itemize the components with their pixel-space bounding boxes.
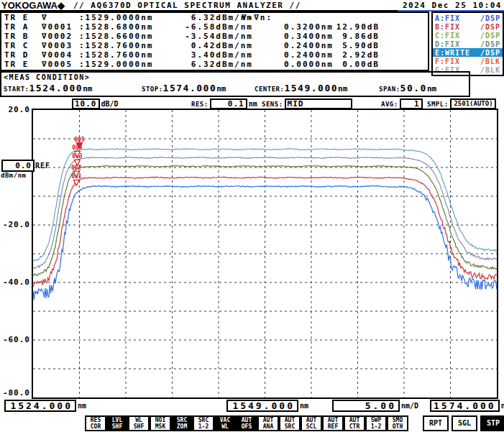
sensitivity-value: MID xyxy=(285,98,352,109)
average-label: AVG: xyxy=(381,101,398,108)
softkey-aut-src[interactable]: AUTSRC xyxy=(279,415,301,431)
average-value: 1 xyxy=(400,98,423,109)
trace-readout-cell: -3.54dBm/nm xyxy=(160,32,253,41)
softkey-label: CTR xyxy=(345,423,364,430)
trace-readout-cell: 5.90dB xyxy=(334,41,380,50)
softkey-src-1-2[interactable]: SRC1-2 xyxy=(193,415,214,431)
average-field: AVG: 1 xyxy=(381,98,423,109)
softkey-label: AUT xyxy=(237,417,256,423)
trace-readout-row: TR E∇:1529.0000nm6.32dBm/nm∇-∇n: xyxy=(1,13,428,22)
x-center-field: 1549.000 nm xyxy=(226,400,308,412)
trace-mode-label: B:FIX xyxy=(435,23,460,31)
level-scale-unit: dB/D xyxy=(101,100,119,108)
meas-field-unit: nm xyxy=(83,84,92,93)
y-tick-20: 20.0 xyxy=(0,105,30,114)
softkey-aut-ofs[interactable]: AUTOFS xyxy=(236,415,257,431)
x-start-field: 1524.000 nm xyxy=(4,400,86,412)
y-tick-neg40: -40.0 xyxy=(0,277,30,287)
trace-status-row: D:FIX/DSP xyxy=(433,40,503,48)
meas-field-label: START: xyxy=(4,86,29,93)
softkey-aut-ana[interactable]: AUTANA xyxy=(257,415,279,431)
trace-display-status: /DSP xyxy=(480,14,500,22)
softkey-label: RES xyxy=(86,417,105,423)
sampling-label: SMPL: xyxy=(427,101,449,108)
trace-readout-cell: 0.3200nm xyxy=(253,22,334,32)
trace-readout-cell: TR E xyxy=(1,60,42,69)
trace-mode-label: A:FIX xyxy=(435,14,460,22)
softkey-lvl-shf[interactable]: LVLSHF xyxy=(106,415,128,431)
trace-readout-cell: ∇0002 xyxy=(42,32,79,41)
trace-readout-cell: :1529.0000nm xyxy=(79,13,160,22)
softkey-res-cor[interactable]: RESCOR xyxy=(85,415,106,431)
softkey-sgl[interactable]: SGL xyxy=(452,415,477,431)
softkey-noi-msk[interactable]: NOIMSK xyxy=(150,415,171,431)
resolution-label: RES: xyxy=(191,101,209,108)
trace-status-row: F:FIX/BLK xyxy=(433,57,503,65)
trace-readout-cell: 0.2400nm xyxy=(253,41,334,50)
spectrum-plot: 001002003004005 xyxy=(33,110,497,397)
softkey-aut-scl[interactable]: AUTSCL xyxy=(301,415,322,431)
resolution-field: RES: 0.1 nm xyxy=(191,98,257,109)
softkey-label: ZOM xyxy=(173,423,191,430)
softkey-label: 1-2 xyxy=(367,423,385,430)
softkey-label: SHF xyxy=(129,423,148,430)
meas-field-unit: nm xyxy=(338,84,347,93)
yokogawa-logo: YOKOGAWA◆ xyxy=(1,0,65,11)
ref-label: REF xyxy=(35,162,50,170)
meas-condition-box: <MEAS CONDITION> START:1524.000nmSTOP:15… xyxy=(0,71,470,97)
softkey-label: MSK xyxy=(151,423,170,430)
softkey-swp-1-2[interactable]: SWP1-2 xyxy=(365,415,387,431)
softkey-wl-shf[interactable]: WLSHF xyxy=(128,415,150,431)
softkey-aut-ref[interactable]: AUTREF xyxy=(322,415,344,431)
x-scale-unit: nm/D xyxy=(401,402,418,410)
trace-readout-cell: TR B xyxy=(1,32,42,41)
y-axis-unit: dBm/nm xyxy=(1,172,27,179)
trace-readout-cell: ∇ xyxy=(42,13,79,22)
sensitivity-label: SENS: xyxy=(262,101,283,108)
trace-readout-row: TR B∇0002:1528.6600nm-3.54dBm/nm0.3400nm… xyxy=(1,32,428,41)
trace-readout-cell: 0.3400nm xyxy=(253,32,334,41)
softkey-label: AUT xyxy=(302,417,321,423)
marker-label-002: 002 xyxy=(71,165,82,171)
level-scale-value: 10.0 xyxy=(72,98,100,109)
trace-readout-cell: TR D xyxy=(1,50,42,60)
softkey-label: SRC xyxy=(280,423,299,430)
softkey-label: SHF xyxy=(108,423,127,430)
softkey-label: COR xyxy=(86,423,105,430)
softkey-rpt[interactable]: RPT xyxy=(423,415,449,431)
trace-readout-cell: 6.32dBm/nm xyxy=(160,13,253,22)
trace-readout-row: TR C∇0003:1528.7600nm0.42dBm/nm0.2400nm5… xyxy=(1,41,428,50)
softkey-label: SWP xyxy=(367,417,385,423)
meas-field-value: 1524.000 xyxy=(29,83,83,93)
header: YOKOGAWA◆ // AQ6370D OPTICAL SPECTRUM AN… xyxy=(0,0,504,10)
ref-level-box: 0.0 xyxy=(1,160,35,172)
softkey-aut-ctr[interactable]: AUTCTR xyxy=(344,415,365,431)
app-title: // AQ6370D OPTICAL SPECTRUM ANALYZER // xyxy=(73,1,301,10)
trace-readout-cell: ∇0005 xyxy=(42,60,79,69)
softkey-label: VAC xyxy=(216,417,234,423)
meas-field-label: SPAN: xyxy=(379,86,400,93)
logo-diamond-icon: ◆ xyxy=(58,0,65,11)
trace-mode-label: D:FIX xyxy=(435,40,460,48)
trace-mode-label: E:WRITE xyxy=(435,49,470,57)
trace-readout-table: TR E∇:1529.0000nm6.32dBm/nm∇-∇n:TR A∇000… xyxy=(0,12,429,71)
x-scale-field: 5.00 nm/D xyxy=(332,400,418,412)
softkey-label: AUT xyxy=(324,417,342,423)
x-start-value: 1524.000 xyxy=(4,400,76,412)
softkey-src-zom[interactable]: SRCZOM xyxy=(171,415,193,431)
softkey-vac-wl[interactable]: VACWL xyxy=(214,415,236,431)
x-center-value: 1549.000 xyxy=(226,400,298,412)
trace-status-row: A:FIX/DSP xyxy=(433,14,503,22)
trace-mode-label: C:FIX xyxy=(435,32,460,40)
sensitivity-field: SENS: MID xyxy=(262,98,352,109)
softkey-stp[interactable]: STP xyxy=(480,415,504,431)
meas-field-value: 1574.000 xyxy=(163,83,217,93)
y-tick-neg20: -20.0 xyxy=(0,220,30,229)
trace-readout-cell: :1528.7600nm xyxy=(79,41,160,50)
trace-readout-cell: 12.90dB xyxy=(334,22,380,32)
trace-readout-cell: 2.92dB xyxy=(334,50,380,60)
trace-readout-cell: :1528.7600nm xyxy=(79,50,160,60)
softkey-smo-oth[interactable]: SMOOTH xyxy=(387,415,408,431)
resolution-value: 0.1 xyxy=(210,98,247,109)
softkey-label: WL xyxy=(216,423,234,430)
